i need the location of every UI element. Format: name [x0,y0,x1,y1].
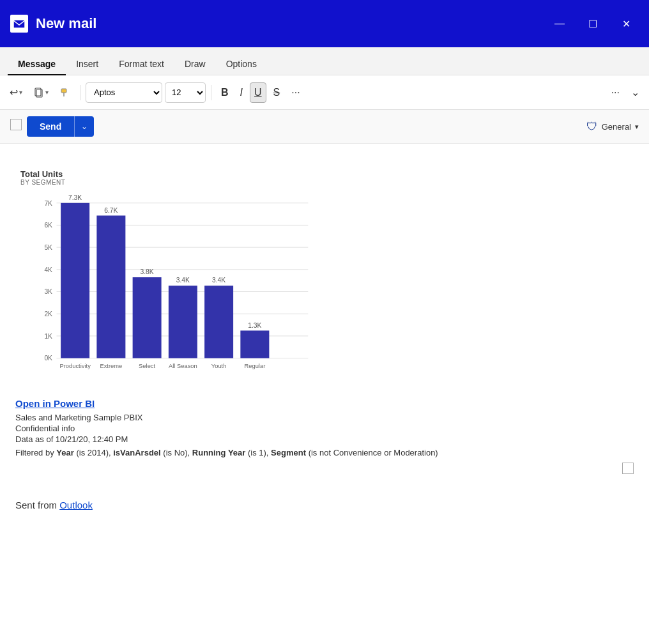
italic-button[interactable]: I [236,82,247,103]
tab-message[interactable]: Message [8,54,66,75]
window-title: New mail [36,15,96,32]
svg-text:7K: 7K [44,200,52,207]
svg-text:Productivity: Productivity [59,363,91,369]
send-row: Send ⌄ 🛡 General ▾ [0,110,649,144]
tab-options[interactable]: Options [216,54,267,75]
mail-app-icon [10,15,28,33]
sent-from-text: Sent from [15,500,59,510]
sensitivity-label[interactable]: 🛡 General ▾ [586,120,639,134]
window-controls: — ☐ ✕ [547,13,639,34]
filter-vanArsdel-val: (is No), [163,448,192,457]
font-family-select[interactable]: Aptos Arial Calibri Times New Roman [86,82,162,103]
send-button[interactable]: Send [27,116,74,137]
bar-select [133,277,162,358]
chart-area: 7K 6K 5K 4K 3K 2K 1K 0K 7.3K Productivit… [20,191,314,383]
sent-from: Sent from Outlook [15,500,634,510]
svg-text:3.8K: 3.8K [141,268,154,275]
chart-container: Total Units BY SEGMENT 7K 6K 5K [15,164,634,388]
shield-icon: 🛡 [586,120,598,134]
toolbar: ↩ ▾ ▾ Aptos Arial Calibri Times New Roma… [0,75,649,110]
send-dropdown-button[interactable]: ⌄ [74,116,94,137]
undo-button[interactable]: ↩ ▾ [5,82,27,103]
chart-title: Total Units [20,169,629,179]
bar-allseason [169,286,197,358]
svg-text:3K: 3K [44,288,52,295]
expand-button[interactable]: ⌄ [627,82,644,103]
filter-year-val: (is 2014), [76,448,113,457]
filter-running-bold: Running Year [192,448,246,457]
sensitivity-chevron: ▾ [635,123,639,131]
bar-productivity [61,203,89,358]
svg-text:Youth: Youth [211,363,227,369]
recipient-checkbox[interactable] [10,119,22,130]
bottom-checkbox[interactable] [622,463,634,474]
svg-text:Select: Select [139,363,155,369]
filter-prefix: Filtered by [15,448,56,457]
svg-text:6K: 6K [44,222,52,229]
svg-text:5K: 5K [44,244,52,251]
underline-button[interactable]: U [250,82,266,103]
bar-youth [204,286,233,358]
svg-text:Extreme: Extreme [100,363,122,369]
bar-regular [240,330,269,358]
filter-running-val: (is 1), [248,448,271,457]
maximize-button[interactable]: ☐ [580,13,606,34]
tab-format-text[interactable]: Format text [109,54,174,75]
tab-draw[interactable]: Draw [174,54,216,75]
filter-segment-bold: Segment [271,448,306,457]
sensitivity-text: General [602,122,631,132]
chart-subtitle: BY SEGMENT [20,179,629,186]
tab-insert[interactable]: Insert [66,54,109,75]
filter-segment-val: (is not Convenience or Moderation) [309,448,438,457]
send-button-group: Send ⌄ [10,116,94,137]
svg-text:4K: 4K [44,266,52,273]
svg-text:0K: 0K [44,355,52,362]
svg-text:3.4K: 3.4K [212,277,225,284]
outlook-link[interactable]: Outlook [59,500,93,510]
tab-bar: Message Insert Format text Draw Options [0,47,649,75]
more-formatting-button[interactable]: ··· [287,82,304,103]
separator-2 [211,85,211,100]
format-painter-button[interactable] [56,82,75,103]
svg-text:6.7K: 6.7K [104,207,118,214]
mail-body: Total Units BY SEGMENT 7K 6K 5K [0,144,649,644]
confidential-info: Confidential info [15,424,634,433]
content-area: Send ⌄ 🛡 General ▾ Total Units BY SEGMEN… [0,110,649,644]
report-name: Sales and Marketing Sample PBIX [15,413,634,422]
title-bar-left: New mail [10,15,96,33]
svg-text:3.4K: 3.4K [176,277,190,284]
bar-extreme [96,215,125,358]
power-bi-link[interactable]: Open in Power BI [15,398,634,409]
bold-button[interactable]: B [217,82,233,103]
svg-text:All Season: All Season [169,363,197,369]
title-bar: New mail — ☐ ✕ [0,0,649,47]
svg-text:2K: 2K [44,310,52,318]
svg-rect-0 [13,20,25,28]
minimize-button[interactable]: — [547,13,572,34]
more-options-button[interactable]: ··· [607,82,624,103]
data-date: Data as of 10/21/20, 12:40 PM [15,434,634,444]
svg-rect-3 [61,89,66,93]
font-size-select[interactable]: 8 10 12 14 16 18 20 [165,82,206,103]
filter-year-bold: Year [56,448,73,457]
svg-text:1K: 1K [44,333,52,340]
bar-chart-svg: 7K 6K 5K 4K 3K 2K 1K 0K 7.3K Productivit… [20,191,314,383]
close-button[interactable]: ✕ [613,13,639,34]
filter-vanArsdel-bold: isVanArsdel [113,448,160,457]
svg-text:1.3K: 1.3K [248,322,261,329]
strikethrough-button[interactable]: S [269,82,285,103]
clipboard-button[interactable]: ▾ [29,82,53,103]
svg-text:7.3K: 7.3K [68,194,82,201]
svg-text:Regular: Regular [244,363,265,369]
separator-1 [80,85,80,100]
filter-line: Filtered by Year (is 2014), isVanArsdel … [15,448,634,457]
